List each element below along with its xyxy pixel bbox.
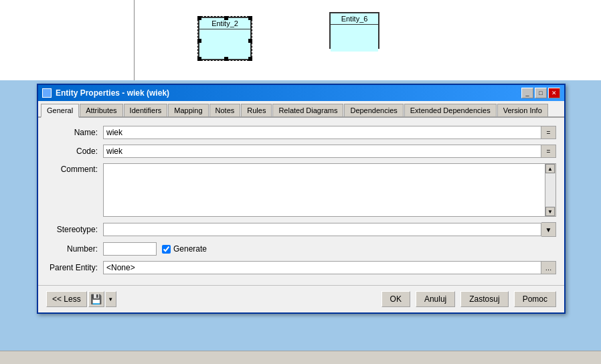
maximize-button[interactable]: □ [535, 88, 547, 98]
less-button[interactable]: << Less [46, 291, 87, 307]
entity-6-box[interactable]: Entity_6 [329, 12, 379, 49]
tab-general[interactable]: General [41, 104, 79, 118]
minimize-button[interactable]: _ [521, 88, 533, 98]
parent-entity-browse-button[interactable]: … [541, 261, 556, 274]
window-controls: _ □ ✕ [521, 88, 560, 98]
tab-version-info[interactable]: Version Info [497, 104, 548, 116]
code-equals-button[interactable]: = [541, 145, 556, 158]
cancel-button[interactable]: Anuluj [416, 291, 455, 307]
entity-2-body2 [199, 43, 250, 56]
generate-label-text: Generate [173, 244, 207, 254]
parent-entity-label: Parent Entity: [46, 263, 103, 272]
save-dropdown-button[interactable]: ▼ [106, 291, 116, 307]
footer-left: << Less 💾 ▼ [46, 291, 116, 307]
entity-2-body [199, 29, 250, 43]
dialog-footer: << Less 💾 ▼ OK Anuluj Zastosuj Pomoc [38, 285, 564, 312]
canvas-area: Entity_2 Entity_6 [0, 0, 601, 80]
stereotype-row: Stereotype: ▼ [46, 222, 556, 237]
tab-mapping[interactable]: Mapping [168, 104, 208, 116]
tab-identifiers[interactable]: Identifiers [124, 104, 168, 116]
parent-entity-row: Parent Entity: … [46, 261, 556, 274]
save-icon-button[interactable]: 💾 [88, 291, 104, 307]
stereotype-input[interactable] [103, 223, 541, 236]
scroll-up-arrow[interactable]: ▲ [545, 164, 555, 173]
stereotype-label: Stereotype: [46, 225, 103, 234]
stereotype-dropdown-button[interactable]: ▼ [541, 222, 556, 237]
scroll-down-arrow[interactable]: ▼ [545, 207, 555, 216]
entity-2-box[interactable]: Entity_2 [198, 17, 252, 60]
generate-checkbox-label: Generate [162, 244, 207, 254]
entity-6-header: Entity_6 [331, 13, 378, 25]
handle-ml [197, 39, 201, 43]
canvas-vertical-line [134, 0, 135, 80]
handle-br [248, 57, 252, 61]
help-button[interactable]: Pomoc [514, 291, 556, 307]
apply-button[interactable]: Zastosuj [460, 291, 508, 307]
entity-6-body [331, 25, 378, 38]
footer-right: OK Anuluj Zastosuj Pomoc [381, 291, 556, 307]
handle-bc [224, 57, 228, 61]
name-label: Name: [46, 128, 103, 137]
comment-textarea[interactable] [103, 163, 545, 217]
code-label: Code: [46, 147, 103, 156]
number-label: Number: [46, 244, 103, 254]
tabs-bar: General Attributes Identifiers Mapping N… [38, 101, 564, 118]
dialog-icon [42, 88, 52, 98]
bottom-statusbar [0, 351, 601, 364]
ok-button[interactable]: OK [381, 291, 410, 307]
code-row: Code: = [46, 145, 556, 158]
comment-label: Comment: [46, 163, 103, 174]
dialog-content: Name: = Code: = Comment: ▲ ▼ Stereot [38, 118, 564, 285]
parent-entity-input[interactable] [103, 261, 541, 274]
comment-scrollbar: ▲ ▼ [545, 163, 556, 217]
name-input[interactable] [103, 126, 541, 139]
handle-tc [224, 16, 228, 20]
code-input[interactable] [103, 145, 541, 158]
number-input[interactable] [103, 242, 157, 256]
tab-extended-dependencies[interactable]: Extended Dependencies [404, 104, 497, 116]
entity-6-body2 [331, 38, 378, 52]
dialog-titlebar: Entity Properties - wiek (wiek) _ □ ✕ [38, 85, 564, 101]
titlebar-left: Entity Properties - wiek (wiek) [42, 88, 169, 98]
handle-bl [197, 57, 201, 61]
dialog-title: Entity Properties - wiek (wiek) [56, 88, 169, 98]
number-row: Number: Generate [46, 242, 556, 256]
tab-attributes[interactable]: Attributes [80, 104, 122, 116]
handle-tl [197, 16, 201, 20]
scroll-track [545, 173, 555, 207]
handle-tr [248, 16, 252, 20]
handle-mr [248, 39, 252, 43]
tab-dependencies[interactable]: Dependencies [344, 104, 403, 116]
entity-properties-dialog: Entity Properties - wiek (wiek) _ □ ✕ Ge… [37, 84, 566, 314]
tab-related-diagrams[interactable]: Related Diagrams [272, 104, 343, 116]
name-equals-button[interactable]: = [541, 126, 556, 139]
close-button[interactable]: ✕ [548, 88, 560, 98]
name-row: Name: = [46, 126, 556, 139]
tab-rules[interactable]: Rules [241, 104, 272, 116]
tab-notes[interactable]: Notes [209, 104, 241, 116]
comment-row: Comment: ▲ ▼ [46, 163, 556, 217]
generate-checkbox[interactable] [162, 245, 171, 254]
comment-container: ▲ ▼ [103, 163, 556, 217]
